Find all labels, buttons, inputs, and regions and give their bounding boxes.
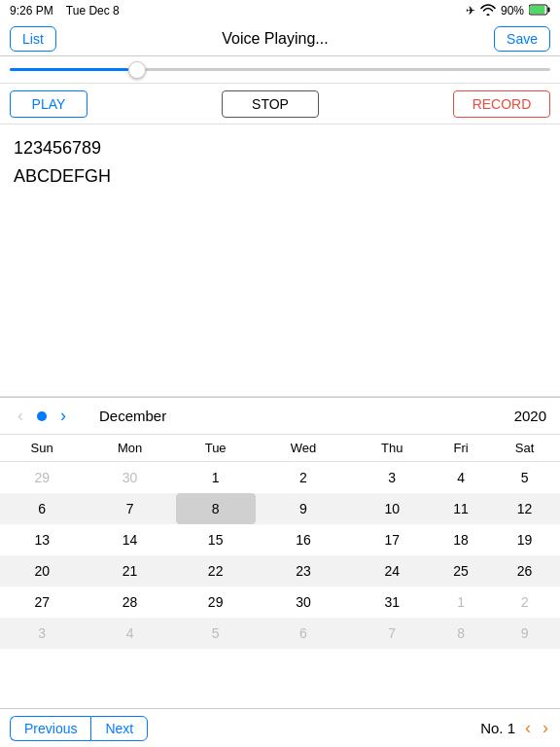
calendar-day-cell[interactable]: 17: [351, 524, 433, 555]
playback-controls: PLAY STOP RECORD: [0, 84, 560, 124]
calendar-day-cell[interactable]: 9: [256, 493, 352, 524]
calendar-day-header: Tue: [176, 435, 256, 462]
calendar-day-cell[interactable]: 9: [489, 618, 560, 649]
calendar-month: December: [99, 408, 166, 424]
calendar-day-cell[interactable]: 24: [351, 555, 433, 587]
page-prev-arrow[interactable]: ‹: [523, 718, 533, 738]
stop-button[interactable]: STOP: [222, 90, 319, 118]
calendar-day-cell[interactable]: 28: [84, 587, 175, 618]
airplane-icon: ✈: [466, 4, 475, 18]
playback-slider[interactable]: [0, 56, 560, 84]
calendar-day-cell[interactable]: 14: [84, 524, 175, 555]
calendar-day-cell[interactable]: 8: [176, 493, 256, 524]
calendar-day-cell[interactable]: 21: [84, 555, 175, 587]
calendar-dot: [37, 411, 47, 421]
previous-button[interactable]: Previous: [10, 716, 90, 741]
calendar-day-cell[interactable]: 18: [433, 524, 489, 555]
calendar-day-header: Mon: [84, 435, 175, 462]
calendar-day-cell[interactable]: 3: [351, 462, 433, 494]
calendar-day-header: Fri: [433, 435, 489, 462]
status-icons: ✈ 90%: [466, 4, 550, 18]
next-button[interactable]: Next: [90, 716, 148, 741]
page-info: No. 1 ‹ ›: [480, 718, 550, 738]
calendar-day-cell[interactable]: 2: [256, 462, 352, 494]
calendar-day-cell[interactable]: 6: [0, 493, 84, 524]
calendar-day-cell[interactable]: 7: [84, 493, 175, 524]
battery-icon: [529, 4, 550, 18]
calendar-grid: SunMonTueWedThuFriSat 293012345678910111…: [0, 435, 560, 649]
content-line1: 123456789: [14, 134, 546, 162]
page-next-arrow[interactable]: ›: [541, 718, 550, 738]
calendar-next-arrow[interactable]: ›: [56, 406, 70, 426]
calendar-week-row: 13141516171819: [0, 524, 560, 555]
calendar-day-cell[interactable]: 8: [433, 618, 489, 649]
calendar-day-cell[interactable]: 13: [0, 524, 84, 555]
calendar-day-cell[interactable]: 29: [176, 587, 256, 618]
svg-rect-2: [530, 6, 545, 14]
slider-track[interactable]: [10, 68, 550, 71]
calendar-day-cell[interactable]: 1: [433, 587, 489, 618]
calendar-day-cell[interactable]: 19: [489, 524, 560, 555]
battery-percentage: 90%: [501, 4, 524, 18]
calendar-day-cell[interactable]: 16: [256, 524, 352, 555]
content-line2: ABCDEFGH: [14, 162, 546, 191]
status-date: Tue Dec 8: [66, 4, 120, 18]
status-bar: 9:26 PM Tue Dec 8 ✈ 90%: [0, 0, 560, 21]
play-button[interactable]: PLAY: [10, 90, 88, 118]
calendar-month-year: December 2020: [99, 408, 546, 424]
calendar-day-cell[interactable]: 11: [433, 493, 489, 524]
page-title: Voice Playing...: [222, 30, 328, 48]
calendar-day-header: Sat: [489, 435, 560, 462]
top-navigation: List Voice Playing... Save: [0, 21, 560, 56]
svg-rect-1: [548, 7, 550, 12]
calendar-day-cell[interactable]: 2: [489, 587, 560, 618]
calendar-navigation: ‹ › December 2020: [0, 398, 560, 435]
calendar-day-header: Sun: [0, 435, 84, 462]
calendar-day-cell[interactable]: 20: [0, 555, 84, 587]
calendar-day-cell[interactable]: 5: [176, 618, 256, 649]
pagination-buttons: Previous Next: [10, 716, 148, 741]
calendar-day-cell[interactable]: 27: [0, 587, 84, 618]
status-time: 9:26 PM: [10, 4, 53, 18]
calendar-day-cell[interactable]: 22: [176, 555, 256, 587]
calendar-day-cell[interactable]: 30: [84, 462, 175, 494]
calendar-header-row: SunMonTueWedThuFriSat: [0, 435, 560, 462]
save-button[interactable]: Save: [494, 26, 550, 52]
calendar-day-cell[interactable]: 23: [256, 555, 352, 587]
bottom-navigation: Previous Next No. 1 ‹ ›: [0, 708, 560, 747]
calendar-year: 2020: [514, 408, 546, 424]
calendar-day-cell[interactable]: 6: [256, 618, 352, 649]
list-button[interactable]: List: [10, 26, 56, 52]
calendar-prev-arrow[interactable]: ‹: [14, 406, 27, 426]
content-area: 123456789 ABCDEFGH: [0, 124, 560, 397]
calendar-day-cell[interactable]: 31: [351, 587, 433, 618]
calendar-day-cell[interactable]: 3: [0, 618, 84, 649]
record-button[interactable]: RECORD: [453, 90, 550, 118]
calendar-day-cell[interactable]: 1: [176, 462, 256, 494]
calendar-day-cell[interactable]: 29: [0, 462, 84, 494]
slider-thumb[interactable]: [128, 61, 146, 79]
calendar-section: ‹ › December 2020 SunMonTueWedThuFriSat …: [0, 397, 560, 649]
calendar-nav-left: ‹ ›: [14, 406, 70, 426]
calendar-week-row: 272829303112: [0, 587, 560, 618]
calendar-day-cell[interactable]: 25: [433, 555, 489, 587]
page-number-label: No. 1: [480, 720, 515, 736]
calendar-day-cell[interactable]: 12: [489, 493, 560, 524]
calendar-week-row: 293012345: [0, 462, 560, 494]
calendar-day-header: Wed: [256, 435, 352, 462]
calendar-day-cell[interactable]: 7: [351, 618, 433, 649]
calendar-week-row: 6789101112: [0, 493, 560, 524]
calendar-week-row: 20212223242526: [0, 555, 560, 587]
calendar-day-cell[interactable]: 30: [256, 587, 352, 618]
calendar-day-cell[interactable]: 4: [433, 462, 489, 494]
calendar-day-cell[interactable]: 4: [84, 618, 175, 649]
wifi-icon: [480, 4, 496, 18]
calendar-day-cell[interactable]: 10: [351, 493, 433, 524]
calendar-day-cell[interactable]: 26: [489, 555, 560, 587]
slider-filled: [10, 68, 128, 71]
calendar-day-header: Thu: [351, 435, 433, 462]
calendar-day-cell[interactable]: 5: [489, 462, 560, 494]
calendar-day-cell[interactable]: 15: [176, 524, 256, 555]
status-time-date: 9:26 PM Tue Dec 8: [10, 4, 120, 18]
calendar-week-row: 3456789: [0, 618, 560, 649]
